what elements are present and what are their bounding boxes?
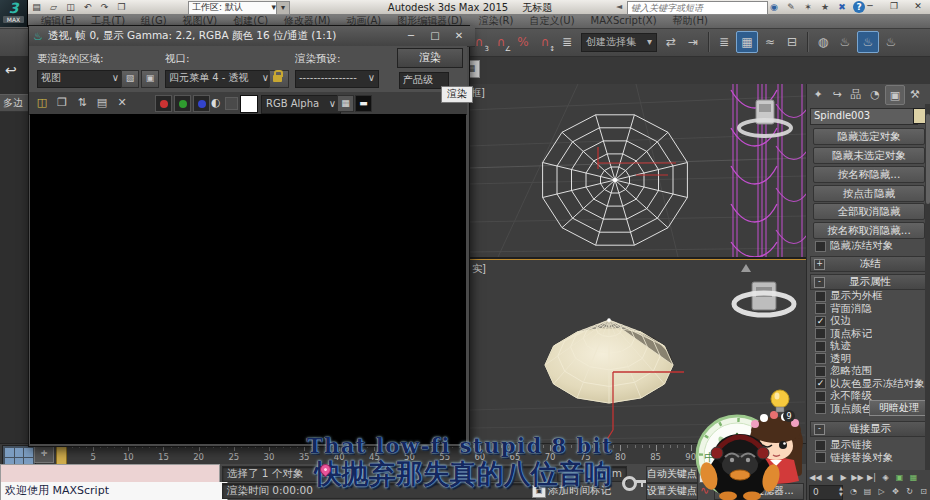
render-canvas[interactable] [30, 114, 466, 444]
object-name-field[interactable]: Spindle003 [810, 108, 918, 125]
search-icon[interactable]: ◉ [768, 1, 780, 13]
rollout-display-properties[interactable]: - 显示属性 [810, 274, 930, 290]
plus-icon[interactable]: + [814, 259, 825, 270]
mini-listener-button[interactable]: ▤ [861, 485, 874, 498]
tab-create[interactable]: ✦ [809, 85, 827, 103]
edit-region-button[interactable]: ▧ [121, 70, 139, 88]
render-button[interactable]: 渲染 [397, 48, 463, 68]
curve-editor-icon[interactable]: ≈ [760, 32, 780, 52]
shaded-button[interactable]: 明暗处理 [869, 400, 929, 416]
checkbox[interactable] [815, 303, 826, 314]
workspace-caret-button[interactable]: ▾ [276, 1, 290, 15]
dialog-minimize-button[interactable]: ─ [399, 28, 423, 44]
layer-compare-button[interactable]: ▦ [337, 95, 354, 112]
workspace-selector[interactable]: 工作区: 默认 ▾ [188, 1, 280, 15]
frame-toggle-button[interactable]: ▬ [355, 95, 372, 112]
menu-item-8[interactable]: 渲染(R) [471, 14, 522, 28]
hide-button-3[interactable]: 按点击隐藏 [813, 185, 925, 202]
checkbox[interactable] [815, 391, 826, 402]
checkbox[interactable] [815, 440, 826, 451]
pan-button[interactable]: ✥ [889, 485, 902, 498]
viewport-dropdown[interactable]: 四元菜单 4 - 透视 ∨ [165, 70, 273, 88]
layer-manager-icon[interactable]: ≣ [714, 32, 734, 52]
orbit-button[interactable]: ↻ [903, 485, 916, 498]
auto-region-button[interactable]: ▣ [141, 70, 159, 88]
menu-item-9[interactable]: 自定义(U) [521, 14, 582, 28]
panel-scrollbar[interactable] [925, 104, 930, 470]
red-channel-toggle[interactable] [155, 95, 172, 112]
preset-dropdown[interactable]: ---------------- ∨ [295, 70, 379, 88]
time-config-button[interactable]: ◔ [847, 485, 860, 498]
snap-angle-icon[interactable]: ∩∠ [491, 32, 511, 52]
align-icon[interactable]: ⇥ [683, 32, 703, 52]
application-menu-button[interactable]: 3 MAX [0, 0, 28, 27]
frame-spinner[interactable]: ▲▼ [837, 485, 845, 498]
unhide-button-0[interactable]: 全部取消隐藏 [813, 203, 925, 220]
checkbox[interactable] [815, 341, 826, 352]
wrench-icon[interactable]: ✎ [785, 1, 797, 13]
key-mode-button[interactable]: ◈ [879, 471, 892, 484]
checkbox[interactable] [815, 241, 826, 252]
tab-utilities[interactable]: ⚒ [906, 85, 924, 103]
minus-icon[interactable]: - [814, 424, 825, 435]
checkbox[interactable] [815, 291, 826, 302]
prev-frame-button[interactable]: ◀ [823, 471, 836, 484]
redo-icon[interactable]: ↷ [98, 1, 111, 13]
play-button[interactable]: ▶ [837, 471, 850, 484]
minus-icon[interactable]: - [814, 277, 825, 288]
rendered-frame-window-icon[interactable]: ♨ [857, 31, 879, 53]
hide-button-1[interactable]: 隐藏未选定对象 [813, 147, 925, 164]
keyboard-override-icon[interactable]: ≣ [557, 32, 577, 52]
ribbon-tab-fragment[interactable]: 多边 [0, 94, 31, 112]
area-dropdown[interactable]: 视图 ∨ [37, 70, 123, 88]
tab-motion[interactable]: ◔ [866, 85, 884, 103]
dialog-restore-button[interactable]: □ [423, 28, 447, 44]
maxscript-mini-listener-pink[interactable] [0, 464, 220, 484]
tab-hierarchy[interactable]: 品 [847, 85, 865, 103]
checkbox[interactable]: ✓ [815, 378, 826, 389]
mirror-icon[interactable]: ⇄ [661, 32, 681, 52]
snap-percent-icon[interactable]: % [513, 32, 533, 52]
checkbox[interactable] [815, 366, 826, 377]
top-viewport[interactable]: 框] [468, 84, 806, 259]
menu-item-11[interactable]: 帮助(H) [665, 14, 716, 28]
checkbox[interactable] [815, 328, 826, 339]
search-input[interactable] [627, 1, 768, 15]
dialog-titlebar[interactable]: ♨ 透视, 帧 0, 显示 Gamma: 2.2, RGBA 颜色 16 位/通… [29, 26, 475, 47]
render-setup-icon[interactable]: ♨ [835, 32, 855, 52]
auto-key-button[interactable]: 自动关键点 [646, 466, 698, 483]
checkbox[interactable] [815, 452, 826, 463]
save-file-icon[interactable]: ◫ [64, 1, 77, 13]
go-to-end-button[interactable]: ▶| [865, 471, 878, 484]
ribbon-toggle-icon[interactable]: ▦ [736, 31, 758, 53]
undo-icon[interactable]: ↶ [81, 1, 94, 13]
restore-button[interactable]: ❐ [882, 0, 906, 13]
hide-button-2[interactable]: 按名称隐藏... [813, 166, 925, 183]
save-image-icon[interactable]: ◫ [34, 95, 50, 111]
channel-display-dropdown[interactable]: RGB Alpha ∨ [261, 95, 341, 114]
field-of-view-button[interactable]: ▷ [875, 485, 888, 498]
named-selection-set-dropdown[interactable]: 创建选择集 ▾ [581, 33, 657, 52]
minimize-button[interactable]: ─ [858, 0, 882, 13]
open-file-icon[interactable]: ▱ [47, 1, 60, 13]
maximize-viewport-button[interactable]: ⊡ [917, 485, 930, 498]
print-icon[interactable]: ▤ [94, 95, 110, 111]
communication-center-icon[interactable]: ✶ [802, 1, 814, 13]
disabled-channel-toggle[interactable] [225, 97, 238, 110]
background-color-swatch[interactable] [240, 95, 258, 113]
new-file-icon[interactable]: ▤ [30, 1, 43, 13]
tab-display[interactable]: ▣ [885, 85, 905, 105]
next-frame-button[interactable]: ▶▶ [851, 471, 864, 484]
rollout-freeze[interactable]: + 冻结 [810, 256, 930, 272]
monochrome-toggle[interactable]: ◐ [208, 95, 223, 110]
green-channel-toggle[interactable] [174, 95, 191, 112]
clone-window-icon[interactable]: ❐ [54, 95, 70, 111]
close-button[interactable]: ✕ [906, 0, 930, 13]
snap-spinner-icon[interactable]: ∩↕ [535, 32, 555, 52]
clear-icon[interactable]: ✕ [114, 95, 130, 111]
checkbox[interactable] [815, 403, 826, 414]
checkbox[interactable] [815, 353, 826, 364]
search-collapse-arrow-icon[interactable]: ◄ [616, 2, 622, 11]
trackbar-tool-button[interactable]: ✛ [34, 446, 54, 463]
material-editor-icon[interactable]: ◍ [813, 32, 833, 52]
